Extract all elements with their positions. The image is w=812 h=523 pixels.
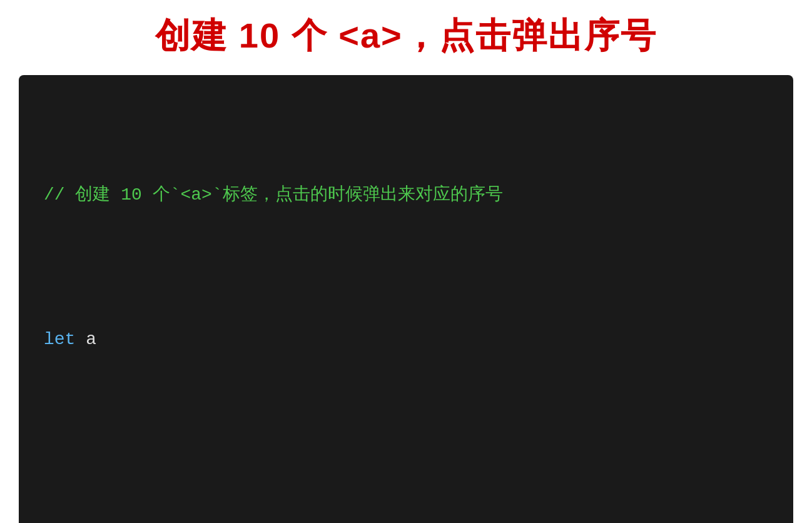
keyword-let: let (44, 330, 75, 349)
code-content: // 创建 10 个`<a>`标签，点击的时候弹出来对应的序号 let a fo… (44, 94, 768, 523)
comment-text: // 创建 10 个`<a>`标签，点击的时候弹出来对应的序号 (44, 185, 503, 205)
code-line-let-a: let a (44, 325, 768, 354)
page-container: 创建 10 个 <a>，点击弹出序号 // 创建 10 个`<a>`标签，点击的… (0, 0, 812, 523)
page-title: 创建 10 个 <a>，点击弹出序号 (155, 13, 657, 60)
code-block: // 创建 10 个`<a>`标签，点击的时候弹出来对应的序号 let a fo… (19, 75, 793, 523)
code-line-blank (44, 469, 768, 498)
var-a: a (75, 330, 96, 349)
code-line-comment: // 创建 10 个`<a>`标签，点击的时候弹出来对应的序号 (44, 181, 768, 210)
